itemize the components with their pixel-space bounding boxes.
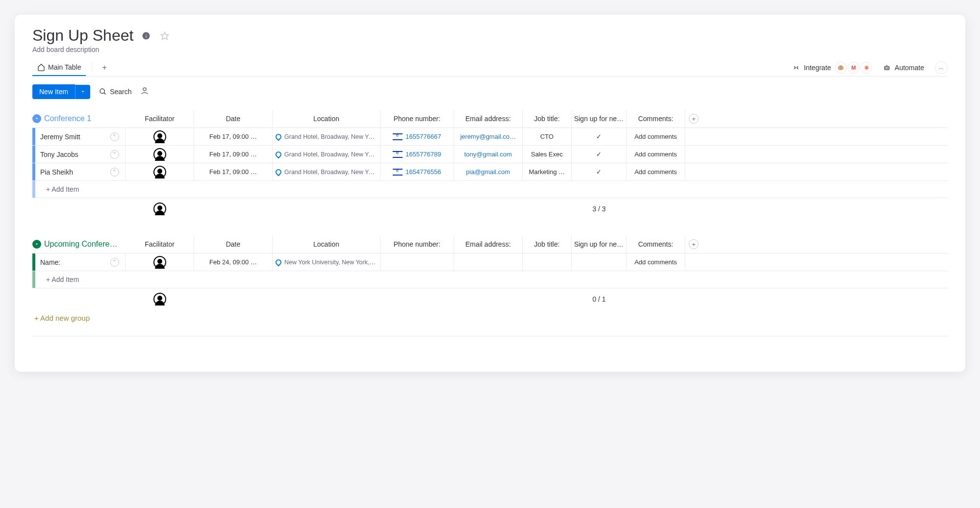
star-icon[interactable] [159, 30, 171, 42]
cell-job[interactable] [523, 254, 572, 271]
item-name[interactable]: Jeremy Smitt [35, 133, 110, 141]
collapse-header-button[interactable]: ︿ [935, 61, 948, 74]
column-header-comments[interactable]: Comments: [627, 235, 685, 253]
add-column-button[interactable]: + [689, 114, 699, 124]
chat-icon[interactable] [110, 150, 119, 159]
cell-location[interactable]: Grand Hotel, Broadway, New York, … [273, 146, 380, 163]
automate-button[interactable]: Automate [883, 64, 924, 72]
cell-facilitator[interactable] [126, 128, 194, 145]
cell-comments[interactable]: Add comments [627, 254, 685, 271]
cell-comments[interactable]: Add comments [627, 146, 685, 163]
cell-location[interactable]: Grand Hotel, Broadway, New York, … [273, 163, 380, 180]
add-column-cell: + [685, 235, 702, 253]
cell-location[interactable]: Grand Hotel, Broadway, New York, … [273, 128, 380, 145]
board-title[interactable]: Sign Up Sheet [32, 26, 133, 45]
column-header-email[interactable]: Email address: [454, 110, 523, 127]
chat-icon[interactable] [110, 258, 119, 267]
cell-date[interactable]: Feb 17, 09:00 … [194, 163, 273, 180]
column-header-facilitator[interactable]: Facilitator [126, 110, 194, 127]
automate-label: Automate [895, 64, 924, 72]
cell-location[interactable]: New York University, New York, NY,… [273, 254, 380, 271]
column-header-job[interactable]: Job title: [523, 110, 572, 127]
column-header-phone[interactable]: Phone number: [380, 235, 454, 253]
chevron-down-icon [34, 116, 39, 121]
new-item-dropdown[interactable] [75, 85, 90, 99]
column-header-date[interactable]: Date [194, 235, 273, 253]
toolbar: New Item Search [32, 76, 948, 110]
column-header-date[interactable]: Date [194, 110, 273, 127]
column-header-signup[interactable]: Sign up for ne… [572, 235, 627, 253]
table-row[interactable]: Jeremy Smitt Feb 17, 09:00 … Grand Hotel… [32, 127, 948, 145]
group-title[interactable]: Upcoming Confere… [44, 240, 117, 249]
column-header-location[interactable]: Location [273, 235, 380, 253]
cell-facilitator[interactable] [126, 163, 194, 180]
board-description[interactable]: Add board description [32, 46, 948, 53]
cell-date[interactable]: Feb 24, 09:00 … [194, 254, 273, 271]
chat-icon[interactable] [110, 168, 119, 177]
cell-job[interactable]: CTO [523, 128, 572, 145]
cell-signup[interactable]: ✓ [572, 163, 627, 180]
cell-date[interactable]: Feb 17, 09:00 … [194, 128, 273, 145]
cell-email[interactable]: jeremy@gmail.co… [454, 128, 523, 145]
cell-job[interactable]: Marketing … [523, 163, 572, 180]
search-label: Search [110, 88, 131, 96]
cell-comments[interactable]: Add comments [627, 128, 685, 145]
item-name[interactable]: Tony Jacobs [35, 151, 110, 158]
group-header-row: Conference 1 Facilitator Date Location P… [32, 110, 948, 127]
new-item-button[interactable]: New Item [32, 84, 75, 99]
add-new-group-button[interactable]: + Add new group [32, 310, 948, 326]
summary-signup: 0 / 1 [572, 288, 627, 310]
column-header-comments[interactable]: Comments: [627, 110, 685, 127]
column-header-facilitator[interactable]: Facilitator [126, 235, 194, 253]
column-header-phone[interactable]: Phone number: [380, 110, 454, 127]
add-tab-button[interactable]: + [98, 61, 110, 74]
cell-facilitator[interactable] [126, 146, 194, 163]
column-header-job[interactable]: Job title: [523, 235, 572, 253]
cell-date[interactable]: Feb 17, 09:00 … [194, 146, 273, 163]
cell-comments[interactable]: Add comments [627, 163, 685, 180]
column-header-signup[interactable]: Sign up for ne… [572, 110, 627, 127]
add-item-row[interactable]: + Add Item [32, 271, 948, 288]
table-row[interactable]: Pia Sheikh Feb 17, 09:00 … Grand Hotel, … [32, 163, 948, 180]
table-row[interactable]: Tony Jacobs Feb 17, 09:00 … Grand Hotel,… [32, 145, 948, 163]
column-header-email[interactable]: Email address: [454, 235, 523, 253]
tab-label: Main Table [48, 63, 81, 71]
cell-signup[interactable]: ✓ [572, 146, 627, 163]
plug-icon [792, 64, 800, 72]
add-item-row[interactable]: + Add Item [32, 180, 948, 198]
cell-signup[interactable] [572, 254, 627, 271]
group-collapse-toggle[interactable] [32, 114, 41, 123]
cell-email[interactable]: pia@gmail.com [454, 163, 523, 180]
table-row[interactable]: Name: Feb 24, 09:00 … New York Universit… [32, 253, 948, 271]
item-name[interactable]: Name: [35, 258, 110, 266]
cell-job[interactable]: Sales Exec [523, 146, 572, 163]
add-column-button[interactable]: + [689, 239, 699, 249]
person-filter-button[interactable] [140, 86, 149, 97]
cell-signup[interactable]: ✓ [572, 128, 627, 145]
cell-facilitator[interactable] [126, 254, 194, 271]
avatar-icon [153, 293, 166, 305]
column-header-location[interactable]: Location [273, 110, 380, 127]
cell-phone[interactable]: 1655776667 [380, 128, 454, 145]
cell-phone[interactable]: 1655776789 [380, 146, 454, 163]
group-title[interactable]: Conference 1 [44, 114, 91, 123]
cell-phone[interactable]: 1654776556 [380, 163, 454, 180]
group-collapse-toggle[interactable] [32, 240, 41, 249]
svg-line-8 [104, 93, 105, 94]
search-button[interactable]: Search [99, 88, 131, 96]
cell-phone[interactable] [380, 254, 454, 271]
item-name[interactable]: Pia Sheikh [35, 168, 110, 176]
tab-main-table[interactable]: Main Table [32, 59, 86, 76]
summary-signup: 3 / 3 [572, 198, 627, 220]
info-icon[interactable]: i [140, 30, 152, 42]
location-pin-icon [275, 132, 283, 141]
group-title-cell: Conference 1 [32, 110, 126, 127]
cell-email[interactable] [454, 254, 523, 271]
gmail-icon[interactable]: M [848, 62, 859, 74]
chat-icon[interactable] [110, 132, 119, 141]
tabs-row: Main Table + Integrate 🐵 M ✱ Automate ︿ [32, 59, 948, 76]
hubspot-icon[interactable]: ✱ [860, 62, 872, 74]
mailchimp-icon[interactable]: 🐵 [835, 62, 847, 74]
integrate-button[interactable]: Integrate 🐵 M ✱ [792, 62, 872, 74]
cell-email[interactable]: tony@gmail.com [454, 146, 523, 163]
